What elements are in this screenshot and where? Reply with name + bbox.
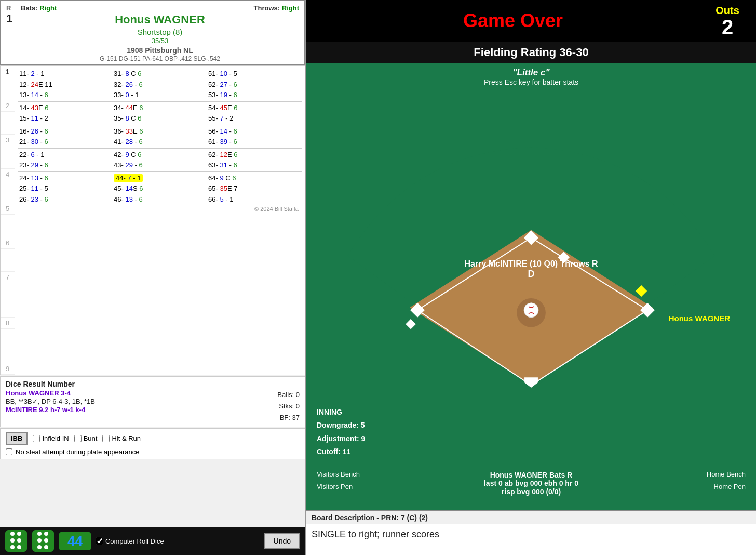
inning-info: INNING Downgrade: 5 Adjustment: 9 Cutoff… — [317, 406, 365, 458]
table-row: 12- 24E 11 32- 26 - 6 52- 27 - 6 — [18, 80, 302, 90]
copyright: © 2024 Bill Staffa — [18, 205, 302, 213]
no-steal-row[interactable]: No steal attempt during plate appearance — [6, 448, 300, 456]
table-row: 16- 26 - 6 36- 33E 6 56- 14 - 6 — [18, 126, 302, 137]
table-row: 25- 11 - 5 45- 14S 6 65- 35E 7 — [18, 183, 302, 194]
infield-in-checkbox[interactable]: Infield IN — [33, 434, 69, 442]
game-over-bar: Game Over Outs 2 — [306, 0, 756, 42]
pitcher-line: McINTIRE 9.2 h-7 w-1 k-4 — [6, 406, 277, 414]
bunt-checkbox[interactable]: Bunt — [74, 434, 98, 442]
outs-value: 2 — [722, 17, 733, 37]
game-over-text: Game Over — [463, 10, 563, 31]
no-steal-checkbox[interactable] — [6, 448, 12, 455]
undo-button[interactable]: Undo — [264, 533, 300, 549]
right-panel: Game Over Outs 2 Fielding Rating 36-30 "… — [306, 0, 756, 555]
left-panel: R 1 Bats: Right Throws: Right Honus WAGN… — [0, 0, 306, 555]
table-row: 15- 11 - 2 35- 8 C 6 55- 7 - 2 — [18, 113, 302, 124]
throws-label: Throws: Right — [254, 4, 299, 12]
player-card: R 1 Bats: Right Throws: Right Honus WAGN… — [0, 0, 305, 65]
table-row: 13- 14 - 6 33- 0 - 1 53- 19 - 6 — [18, 90, 302, 100]
fielding-bar: Fielding Rating 36-30 — [306, 42, 756, 63]
player-stats-line: 35/53 — [21, 37, 299, 45]
dice-result-title: Dice Result Number — [6, 380, 300, 388]
r-value: 1 — [6, 12, 12, 25]
die-2[interactable] — [32, 530, 54, 552]
play-description: SINGLE to right; runner scores — [306, 524, 756, 555]
svg-point-9 — [524, 303, 538, 318]
player-name: Honus WAGNER — [21, 13, 299, 27]
r-label: R — [6, 4, 11, 12]
die-1[interactable] — [5, 530, 27, 552]
dice-result-section: Dice Result Number Honus WAGNER 3-4 BB, … — [0, 376, 305, 427]
table-row: 11- 2 - 1 31- 8 C 6 51- 10 - 5 — [18, 69, 302, 79]
table-row: 14- 43E 6 34- 44E 6 54- 45E 6 — [18, 103, 302, 113]
batter-info: Honus WAGNER Bats R last 0 ab bvg 000 eb… — [484, 471, 578, 496]
table-row: 21- 30 - 6 41- 28 - 6 61- 39 - 6 — [18, 137, 302, 147]
svg-rect-11 — [406, 319, 416, 329]
row-numbers: 1 2 3 4 5 6 7 8 9 — [1, 66, 15, 375]
outs-label: Outs — [716, 5, 739, 17]
ibb-button[interactable]: IBB — [6, 432, 28, 445]
table-row: 23- 29 - 6 43- 29 - 6 63- 31 - 6 — [18, 160, 302, 170]
table-row: 24- 13 - 6 44- 7 - 1 64- 9 C 6 — [18, 173, 302, 183]
bb-line: BB, **3B✓, DP 6-4-3, 1B, *1B — [6, 398, 277, 405]
hit-run-checkbox[interactable]: Hit & Run — [102, 434, 141, 442]
dice-stats: Balls: 0 Stks: 0 BF: 37 — [277, 389, 300, 424]
table-row: 26- 23 - 6 46- 13 - 6 66- 5 - 1 — [18, 194, 302, 205]
bats-label: Bats: Right — [21, 4, 57, 12]
roll-number: 44 — [59, 532, 91, 550]
pitcher-batter-line: Honus WAGNER 3-4 — [6, 389, 277, 397]
player-season-stats: G-151 DG-151 PA-641 OBP-.412 SLG-.542 — [21, 55, 299, 62]
no-steal-label: No steal attempt during plate appearance — [16, 448, 140, 456]
controls-section: IBB Infield IN Bunt Hit & Run No steal a… — [0, 428, 305, 459]
home-bench: Home Bench Home Pen — [707, 468, 746, 493]
result-table-body: 11- 2 - 1 31- 8 C 6 51- 10 - 5 12- 24E 1… — [15, 66, 305, 375]
field-area: "Little c" Press Esc key for batter stat… — [306, 63, 756, 510]
dice-bar: 44 Computer Roll Dice Undo — [0, 527, 305, 555]
computer-roll-label: Computer Roll Dice — [105, 537, 164, 545]
visitors-bench: Visitors Bench Visitors Pen — [317, 468, 360, 493]
board-description: Board Description - PRN: 7 (C) (2) — [306, 510, 756, 524]
table-row: 22- 6 - 1 42- 9 C 6 62- 12E 6 — [18, 150, 302, 160]
computer-roll-check[interactable]: Computer Roll Dice — [96, 537, 164, 545]
baseball-field-svg — [306, 63, 756, 510]
player-season: 1908 Pittsburgh NL — [21, 46, 299, 55]
result-table: 1 2 3 4 5 6 7 8 9 11- 2 - 1 31- 8 C 6 51… — [0, 65, 305, 375]
player-position: Shortstop (8) — [21, 28, 299, 36]
outs-box: Outs 2 — [709, 5, 746, 37]
